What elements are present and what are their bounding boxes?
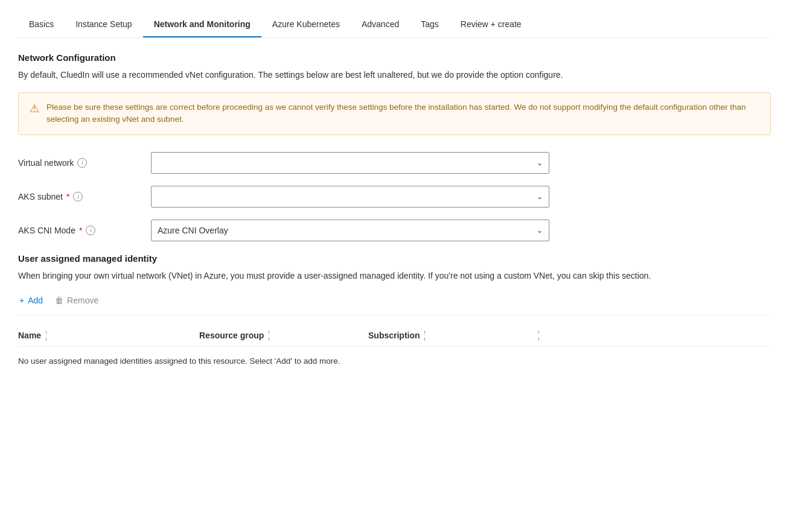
table-header: Name ↑↓ Resource group ↑↓ Subscription ↑… — [18, 325, 771, 347]
aks-subnet-dropdown[interactable]: ⌄ — [151, 186, 549, 207]
aks-cni-info-icon[interactable]: i — [86, 226, 95, 235]
tab-review-create[interactable]: Review + create — [450, 12, 532, 37]
add-label: Add — [28, 296, 43, 305]
trash-icon: 🗑 — [55, 296, 63, 305]
virtual-network-label: Virtual network i — [18, 158, 151, 168]
aks-subnet-row: AKS subnet * i ⌄ — [18, 186, 771, 207]
tab-network-monitoring[interactable]: Network and Monitoring — [143, 12, 261, 37]
managed-identity-title: User assigned managed identity — [18, 253, 771, 264]
virtual-network-control: ⌄ — [151, 152, 549, 174]
network-config-title: Network Configuration — [18, 52, 771, 63]
aks-cni-dropdown[interactable]: Azure CNI Overlay ⌄ — [151, 220, 549, 241]
virtual-network-row: Virtual network i ⌄ — [18, 152, 771, 174]
subscription-sort-icon[interactable]: ↑↓ — [424, 330, 427, 341]
aks-cni-control: Azure CNI Overlay ⌄ — [151, 220, 549, 241]
table-empty-message: No user assigned managed identities assi… — [18, 347, 771, 375]
managed-identity-table: Name ↑↓ Resource group ↑↓ Subscription ↑… — [18, 325, 771, 375]
col-header-extra: ↑↓ — [537, 330, 598, 341]
add-button[interactable]: + Add — [18, 293, 44, 308]
action-row: + Add 🗑 Remove — [18, 293, 771, 315]
aks-cni-mode-row: AKS CNI Mode * i Azure CNI Overlay ⌄ — [18, 220, 771, 241]
warning-icon: ⚠ — [30, 102, 39, 115]
aks-subnet-control: ⌄ — [151, 186, 549, 207]
tab-advanced[interactable]: Advanced — [351, 12, 410, 37]
network-configuration-section: Network Configuration By default, CluedI… — [18, 52, 771, 241]
aks-subnet-arrow: ⌄ — [537, 192, 543, 201]
col-header-name: Name ↑↓ — [18, 330, 199, 341]
warning-box: ⚠ Please be sure these settings are corr… — [18, 92, 771, 135]
aks-cni-arrow: ⌄ — [537, 226, 543, 235]
name-sort-icon[interactable]: ↑↓ — [45, 330, 48, 341]
resource-group-sort-icon[interactable]: ↑↓ — [267, 330, 270, 341]
extra-sort-icon[interactable]: ↑↓ — [537, 330, 540, 341]
col-header-resource-group: Resource group ↑↓ — [199, 330, 368, 341]
tab-tags[interactable]: Tags — [410, 12, 450, 37]
remove-button[interactable]: 🗑 Remove — [54, 293, 100, 308]
tab-instance-setup[interactable]: Instance Setup — [65, 12, 142, 37]
col-header-subscription: Subscription ↑↓ — [368, 330, 537, 341]
virtual-network-arrow: ⌄ — [537, 159, 543, 167]
aks-subnet-info-icon[interactable]: i — [73, 192, 83, 201]
tab-basics[interactable]: Basics — [18, 12, 65, 37]
tab-navigation: Basics Instance Setup Network and Monito… — [18, 12, 771, 38]
virtual-network-dropdown[interactable]: ⌄ — [151, 152, 549, 174]
managed-identity-description: When bringing your own virtual network (… — [18, 270, 771, 282]
aks-subnet-required-marker: * — [66, 192, 69, 201]
aks-subnet-label: AKS subnet * i — [18, 192, 151, 201]
aks-cni-required-marker: * — [79, 226, 82, 235]
remove-label: Remove — [67, 296, 98, 305]
aks-cni-mode-label: AKS CNI Mode * i — [18, 226, 151, 235]
warning-text: Please be sure these settings are correc… — [46, 101, 759, 126]
aks-cni-value: Azure CNI Overlay — [158, 226, 228, 235]
managed-identity-section: User assigned managed identity When brin… — [18, 253, 771, 375]
virtual-network-info-icon[interactable]: i — [77, 158, 87, 168]
network-config-description: By default, CluedIn will use a recommend… — [18, 69, 771, 81]
add-icon: + — [19, 296, 24, 305]
tab-azure-kubernetes[interactable]: Azure Kubernetes — [261, 12, 351, 37]
